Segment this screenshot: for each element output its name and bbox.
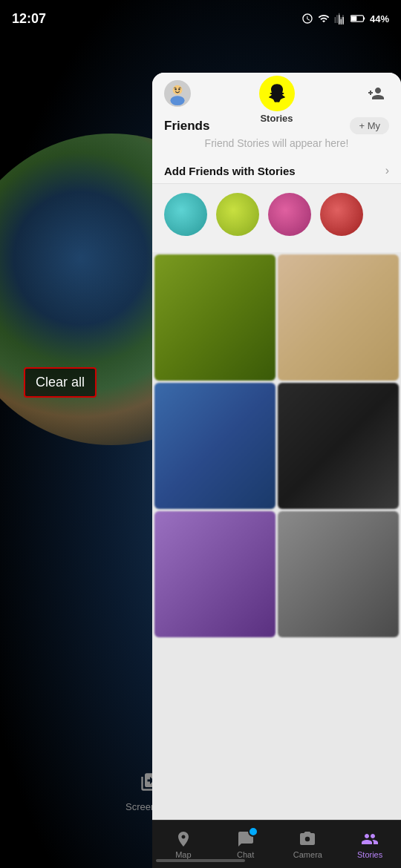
panel-header: Stories	[152, 73, 401, 111]
battery-percent: 44%	[370, 13, 389, 24]
chat-icon	[236, 829, 255, 849]
nav-label-stories: Stories	[357, 850, 382, 859]
snap-logo-circle	[259, 76, 295, 111]
story-labels-row	[152, 245, 401, 252]
story-circles-row	[152, 184, 401, 245]
story-tile[interactable]	[154, 254, 276, 381]
stories-title: Stories	[260, 113, 293, 124]
story-circle[interactable]	[268, 193, 311, 236]
snap-panel: Stories Friends + My Friend Stories will…	[152, 73, 401, 823]
map-icon	[174, 829, 193, 849]
story-circle[interactable]	[216, 193, 259, 236]
battery-icon	[351, 14, 365, 23]
story-tile[interactable]	[278, 254, 399, 381]
friends-empty-text: Friend Stories will appear here!	[164, 134, 389, 155]
nav-item-stories[interactable]: Stories	[348, 829, 392, 859]
snapchat-logo: Stories	[259, 76, 295, 124]
svg-rect-1	[363, 17, 365, 19]
story-circle[interactable]	[320, 193, 363, 236]
user-avatar[interactable]	[164, 80, 191, 107]
svg-point-3	[173, 85, 183, 95]
status-icons: 44%	[301, 13, 389, 24]
my-story-button[interactable]: + My	[350, 117, 389, 134]
story-circle[interactable]	[164, 193, 207, 236]
wifi-icon	[318, 13, 330, 24]
status-bar: 12:07 44%	[0, 0, 401, 37]
stories-icon	[360, 829, 379, 849]
signal-icon	[334, 13, 346, 24]
svg-point-4	[170, 96, 184, 105]
add-friend-button[interactable]	[362, 80, 389, 107]
nav-label-chat: Chat	[237, 850, 254, 859]
nav-label-map: Map	[175, 850, 191, 859]
add-friends-row[interactable]: Add Friends with Stories ›	[152, 158, 401, 184]
status-time: 12:07	[12, 11, 46, 27]
story-tile[interactable]	[154, 383, 276, 509]
chat-notification-badge	[248, 826, 258, 837]
nav-item-map[interactable]: Map	[161, 829, 206, 859]
svg-point-5	[175, 88, 176, 90]
stories-content	[152, 184, 401, 823]
chevron-right-icon: ›	[385, 164, 389, 177]
home-indicator	[156, 859, 245, 862]
camera-icon	[298, 829, 317, 849]
nav-item-camera[interactable]: Camera	[285, 829, 330, 859]
svg-point-6	[178, 88, 180, 90]
svg-rect-2	[351, 16, 357, 22]
alarm-icon	[301, 13, 313, 24]
add-friends-text: Add Friends with Stories	[164, 165, 385, 177]
nav-label-camera: Camera	[293, 850, 322, 859]
story-tile[interactable]	[278, 383, 399, 509]
clear-all-button[interactable]: Clear all	[24, 367, 97, 398]
story-tiles-grid	[152, 252, 401, 640]
friends-label: Friends	[164, 119, 209, 134]
nav-item-chat[interactable]: Chat	[224, 829, 268, 859]
story-tile[interactable]	[278, 511, 399, 637]
story-tile[interactable]	[154, 511, 276, 637]
